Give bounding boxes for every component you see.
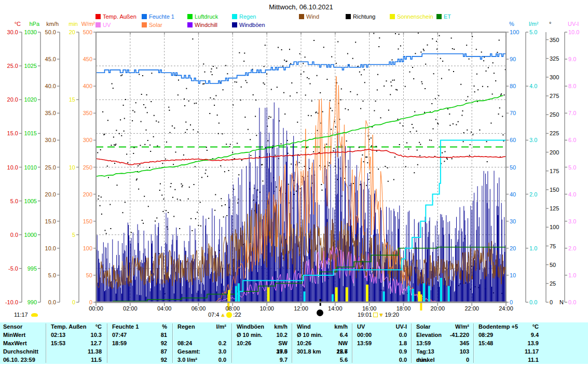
table-cell-value: 12.7 [80, 339, 105, 347]
table-cell-row: 0.0 [354, 356, 410, 364]
svg-text:0.0: 0.0 [529, 299, 537, 305]
svg-text:08:00: 08:00 [226, 305, 240, 312]
table-cell-value: 0.0 [386, 356, 410, 364]
table-cell-row: 87 [109, 347, 170, 356]
table-cell-time: 18:59 [109, 339, 144, 347]
table-cell-time [174, 331, 206, 339]
svg-text:15: 15 [69, 96, 75, 103]
table-group-unit: W/m² [455, 322, 472, 331]
svg-text:150: 150 [550, 187, 559, 193]
table-group-uv: UVUV-I00:000.013:591.80.90.0 [354, 322, 410, 364]
table-cell-row: dunkel0 [413, 356, 472, 364]
table-cell-value: 11.1 [513, 356, 542, 364]
table-separator [107, 323, 107, 363]
table-cell-time [475, 347, 513, 356]
table-row-label: MinWert [3, 331, 45, 339]
svg-text:0.0: 0.0 [48, 299, 56, 305]
svg-text:0.0: 0.0 [568, 299, 576, 305]
table-group-header: SolarW/m² [413, 322, 472, 331]
table-cell-row: 13:591.8 [354, 339, 410, 347]
svg-text:04:00: 04:00 [157, 305, 172, 312]
table-group-header: Windkm/h [294, 322, 351, 331]
svg-text:25: 25 [550, 280, 556, 287]
table-row-label: MaxWert [3, 339, 45, 347]
svg-text:1030: 1030 [24, 29, 37, 35]
sun-square-icon [373, 313, 378, 317]
table-cell-row: Ø 10 min.10.2 [234, 331, 291, 339]
table-cell-value: 9.4 [513, 331, 542, 339]
svg-text:100: 100 [83, 245, 92, 251]
svg-text:18:00: 18:00 [396, 305, 411, 312]
day-length-value: 11:17 [14, 312, 28, 318]
table-cell-time: 07:47 [109, 331, 144, 339]
table-cell-row: Elevation-41.220 [413, 331, 472, 339]
svg-text:14:00: 14:00 [328, 305, 343, 312]
table-group-title: UV [354, 322, 396, 331]
table-cell-value: SW 37.0 [266, 339, 291, 347]
table-cell-value: 9.7 [266, 356, 291, 364]
svg-text:20: 20 [69, 29, 75, 35]
table-cell-time: 301.8 km [294, 347, 326, 356]
table-cell-row: 3.0 l/m²0.0 [174, 356, 229, 364]
svg-text:10.0: 10.0 [45, 245, 56, 251]
svg-text:1010: 1010 [24, 164, 37, 171]
table-row-label: Sensor [3, 322, 45, 331]
table-cell-time [354, 356, 386, 364]
svg-text:1005: 1005 [24, 198, 37, 204]
svg-text:3.0: 3.0 [529, 137, 537, 143]
svg-text:W/m²: W/m² [81, 21, 95, 27]
table-group-feuchte-1: Feuchte 1%07:478118:59928792 [109, 322, 170, 364]
table-separator [411, 323, 412, 363]
svg-text:00:00: 00:00 [89, 305, 103, 312]
svg-text:20:00: 20:00 [431, 305, 445, 312]
svg-text:min: min [69, 21, 78, 27]
svg-text:995: 995 [28, 265, 37, 272]
svg-text:275: 275 [550, 93, 559, 99]
sunrise-time-suffix: :22 [233, 312, 241, 318]
table-group-unit: km/h [274, 322, 291, 331]
table-cell-time: Ø 10 min. [294, 331, 326, 339]
svg-text:50: 50 [510, 164, 516, 171]
new-moon-icon [317, 309, 323, 316]
svg-text:1.0: 1.0 [529, 245, 537, 251]
table-cell-time [48, 356, 80, 364]
table-cell-time [234, 356, 266, 364]
table-cell-value: 11.38 [80, 347, 105, 356]
svg-text:25.0: 25.0 [7, 63, 18, 69]
table-cell-value: 10.2 [266, 331, 291, 339]
table-group-title: Feuchte 1 [109, 322, 162, 331]
svg-text:30.0: 30.0 [45, 137, 56, 143]
svg-text:1000: 1000 [24, 232, 37, 238]
table-group-temp-au-en: Temp. Außen°C02:1310.315:5312.711.3811.5 [48, 322, 105, 364]
table-group-windb-en: Windböenkm/hØ 10 min.10.210:26SW 37.019.… [234, 322, 291, 364]
table-group-solar: SolarW/m²Elevation-41.22013:59345Tag:13 … [413, 322, 472, 364]
svg-text:325: 325 [550, 55, 559, 62]
table-cell-value: 19.5 [266, 347, 291, 356]
table-cell-time: Elevation [413, 331, 447, 339]
table-cell-value: 0.2 [206, 339, 229, 347]
sunset-until: 19:20 [385, 312, 399, 318]
table-cell-time: 15:48 [475, 339, 513, 347]
table-group-header: Windböenkm/h [234, 322, 291, 331]
table-cell-row: 10:26SW 37.0 [234, 339, 291, 347]
svg-text:°: ° [549, 21, 551, 27]
table-cell-value [206, 331, 229, 339]
table-cell-row: 18:5992 [109, 339, 170, 347]
svg-text:°C: °C [15, 21, 21, 27]
table-row-label: 06.10. 23:59 [3, 356, 45, 364]
svg-text:50.0: 50.0 [45, 29, 56, 35]
svg-text:990: 990 [28, 299, 37, 305]
table-group-title: Regen [174, 322, 216, 331]
table-cell-time: 10:26 [234, 339, 266, 347]
svg-text:20.0: 20.0 [45, 191, 56, 197]
svg-text:400: 400 [83, 83, 92, 89]
table-row-label: Durchschnitt [3, 347, 45, 356]
table-cell-row: 11.1 [475, 356, 542, 364]
table-cell-value: 12.6 [326, 347, 351, 356]
day-length-label: 11:17 [14, 312, 38, 318]
table-cell-row: Gesamt:3.0 [174, 347, 229, 356]
table-cell-value: 103 [447, 347, 472, 356]
svg-text:0: 0 [89, 299, 92, 305]
table-group-header: Bodentemp +5°C [475, 322, 542, 331]
svg-text:l/m²: l/m² [529, 21, 539, 27]
